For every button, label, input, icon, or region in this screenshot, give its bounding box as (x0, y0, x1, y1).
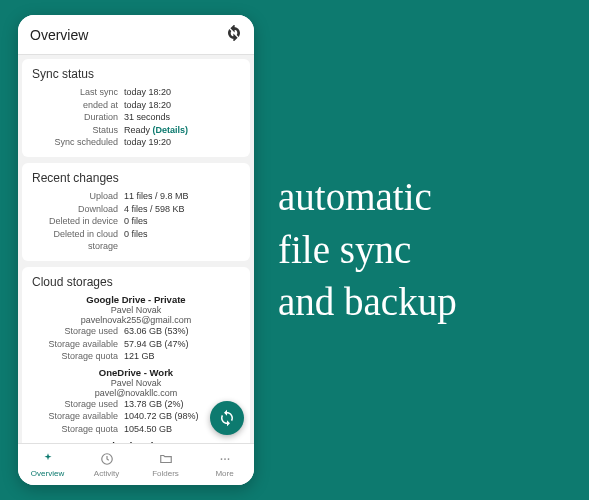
sync-status-title: Sync status (32, 67, 240, 81)
nav-more[interactable]: More (195, 444, 254, 485)
recent-changes-title: Recent changes (32, 171, 240, 185)
details-link[interactable]: (Details) (153, 125, 189, 135)
svg-point-2 (224, 458, 226, 460)
page-title: Overview (30, 27, 88, 43)
dots-icon (218, 452, 232, 468)
sync-fab[interactable] (210, 401, 244, 435)
sync-status-card: Sync status Last synctoday 18:20 ended a… (22, 59, 250, 157)
cloud-storages-title: Cloud storages (32, 275, 240, 289)
svg-point-1 (220, 458, 222, 460)
recent-changes-card: Recent changes Upload11 files / 9.8 MB D… (22, 163, 250, 261)
sparkle-icon (41, 452, 55, 468)
clock-icon (100, 452, 114, 468)
storage-account[interactable]: OneDrive - Work (32, 367, 240, 378)
folder-icon (159, 452, 173, 468)
content-scroll[interactable]: Sync status Last synctoday 18:20 ended a… (18, 55, 254, 443)
phone-frame: Overview Sync status Last synctoday 18:2… (18, 15, 254, 485)
storage-account[interactable]: Google Drive - Private (32, 294, 240, 305)
marketing-headline: automatic file sync and backup (278, 171, 457, 329)
svg-point-3 (227, 458, 229, 460)
nav-folders[interactable]: Folders (136, 444, 195, 485)
nav-overview[interactable]: Overview (18, 444, 77, 485)
nav-activity[interactable]: Activity (77, 444, 136, 485)
app-bar: Overview (18, 15, 254, 55)
bottom-nav: Overview Activity Folders More (18, 443, 254, 485)
sync-icon[interactable] (226, 25, 242, 45)
